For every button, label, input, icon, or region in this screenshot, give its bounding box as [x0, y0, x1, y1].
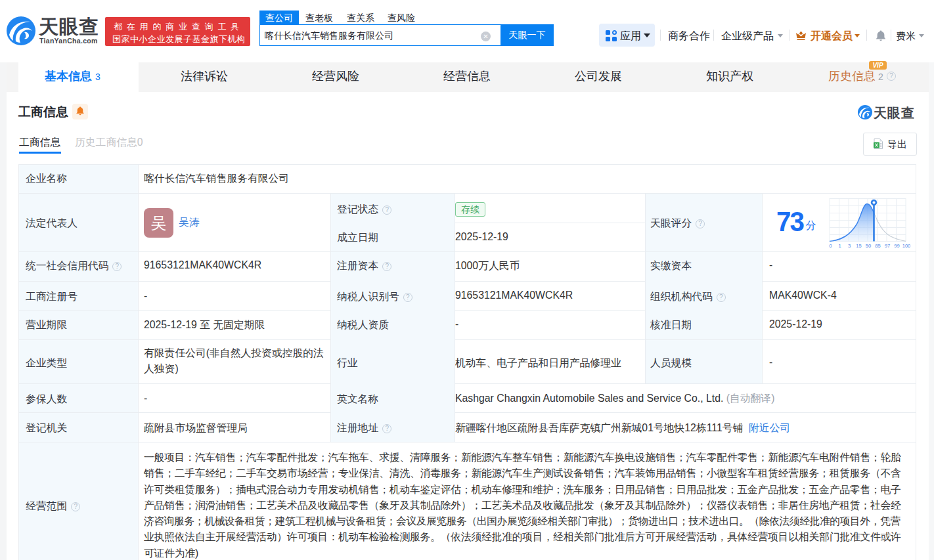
svg-text:50: 50: [866, 243, 871, 248]
svg-text:1: 1: [838, 243, 841, 248]
svg-text:3: 3: [848, 243, 851, 248]
svg-text:97: 97: [885, 243, 890, 248]
svg-text:99: 99: [894, 243, 899, 248]
svg-text:15: 15: [856, 243, 861, 248]
svg-text:85: 85: [875, 243, 880, 248]
svg-text:100: 100: [902, 243, 910, 248]
svg-text:0: 0: [829, 243, 832, 248]
